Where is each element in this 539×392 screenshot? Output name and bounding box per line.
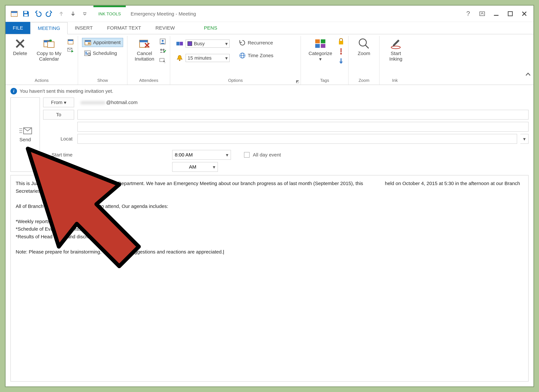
svg-rect-24 [85, 52, 87, 53]
tab-file[interactable]: FILE [5, 22, 30, 34]
categorize-label: Categorize [308, 51, 332, 56]
group-zoom: Zoom Zoom [349, 36, 380, 85]
chevron-down-icon: ▾ [213, 164, 215, 170]
calendar-icon[interactable] [10, 10, 18, 18]
globe-icon [239, 52, 246, 59]
body-bullet-2: *Schedule of Evangelical Missions. [16, 226, 92, 232]
group-attendees: Cancel Invitation Attendees [127, 36, 170, 85]
check-names-icon[interactable] [159, 48, 166, 54]
private-lock-icon[interactable] [338, 38, 344, 45]
info-text: You haven't sent this meeting invitation… [19, 88, 113, 94]
svg-rect-45 [321, 39, 325, 43]
show-as-icon [176, 40, 183, 47]
ribbon: Delete Copy to My Calendar [5, 34, 534, 85]
svg-rect-49 [341, 48, 342, 53]
all-day-checkbox[interactable] [244, 152, 250, 158]
help-icon[interactable]: ? [465, 10, 471, 17]
show-as-value: Busy [194, 41, 205, 46]
group-actions-label: Actions [10, 77, 74, 84]
cancel-invitation-button[interactable]: Cancel Invitation [131, 37, 158, 62]
send-envelope-icon [19, 127, 32, 135]
window-title: Emergency Meeting - Meeting [126, 5, 459, 22]
location-field[interactable] [77, 134, 517, 144]
from-button[interactable]: From ▾ [43, 97, 74, 107]
subject-field[interactable] [77, 122, 529, 132]
svg-point-50 [340, 53, 342, 54]
collapse-ribbon-icon[interactable] [525, 73, 531, 77]
tab-pens[interactable]: PENS [197, 22, 224, 34]
to-button[interactable]: To [43, 110, 74, 120]
tab-format-text[interactable]: FORMAT TEXT [100, 22, 148, 34]
reminder-row: 15 minutes ▾ [174, 53, 232, 63]
appointment-icon [85, 39, 91, 46]
title-bar: INK TOOLS Emergency Meeting - Meeting ? [5, 5, 534, 22]
svg-rect-9 [508, 12, 512, 16]
zoom-button[interactable]: Zoom [352, 37, 375, 56]
message-body[interactable]: This is Juan D. Smith Local Se f KHM Dep… [10, 175, 529, 382]
previous-item-icon [58, 10, 65, 18]
recurrence-button[interactable]: Recurrence [237, 39, 275, 47]
location-dropdown[interactable]: ▾ [520, 134, 529, 144]
ribbon-display-options-icon[interactable] [479, 10, 486, 17]
options-dialog-launcher-icon[interactable]: ◩ [296, 79, 299, 84]
response-options-icon[interactable] [159, 57, 166, 64]
svg-rect-21 [85, 40, 91, 42]
tab-insert[interactable]: INSERT [68, 22, 100, 34]
svg-rect-46 [315, 44, 320, 48]
maximize-icon[interactable] [507, 10, 514, 17]
show-as-dropdown[interactable]: Busy ▾ [186, 39, 230, 48]
zoom-icon [358, 38, 370, 49]
ink-tools-contextual-tab: INK TOOLS [93, 5, 126, 22]
minimize-icon[interactable] [493, 10, 500, 17]
cancel-invitation-icon [139, 38, 150, 49]
svg-point-34 [162, 40, 164, 42]
svg-line-53 [365, 45, 369, 48]
calendar-small-icon[interactable] [67, 38, 74, 45]
send-button[interactable]: Send [10, 97, 40, 172]
categorize-button[interactable]: Categorize ▾ [305, 37, 336, 62]
group-options: Busy ▾ 15 minutes ▾ [170, 36, 301, 85]
end-time-row: End time AM ▾ [43, 162, 529, 172]
start-time-value: 8:00 AM [175, 152, 193, 158]
address-book-icon[interactable] [159, 38, 166, 45]
window-controls: ? [459, 5, 534, 22]
svg-point-35 [160, 49, 162, 51]
scheduling-button[interactable]: Scheduling [82, 49, 123, 58]
start-time-dropdown[interactable]: 8:00 AM ▾ [172, 150, 231, 160]
copy-to-calendar-button[interactable]: Copy to My Calendar [33, 37, 65, 62]
time-zones-button[interactable]: Time Zones [237, 51, 275, 60]
start-inking-button[interactable]: Start Inking [384, 37, 408, 62]
undo-icon[interactable] [34, 10, 42, 18]
recurrence-label: Recurrence [248, 40, 273, 46]
tab-meeting[interactable]: MEETING [30, 22, 68, 34]
group-ink: Start Inking Ink [380, 36, 534, 85]
end-time-dropdown[interactable]: AM ▾ [172, 162, 218, 172]
next-item-icon[interactable] [69, 10, 77, 18]
redo-icon[interactable] [46, 10, 53, 18]
low-importance-icon[interactable] [338, 58, 344, 64]
group-tags-label: Tags [305, 77, 344, 84]
zoom-label: Zoom [358, 51, 370, 56]
appointment-button[interactable]: Appointment [82, 38, 123, 47]
save-icon[interactable] [22, 10, 30, 18]
svg-rect-1 [11, 11, 17, 13]
forward-small-icon[interactable] [67, 47, 74, 53]
subject-row [43, 122, 529, 132]
close-icon[interactable] [521, 10, 528, 17]
reminder-dropdown[interactable]: 15 minutes ▾ [186, 54, 230, 62]
delete-label: Delete [13, 51, 27, 56]
svg-rect-38 [176, 42, 179, 45]
chevron-down-icon: ▾ [226, 152, 228, 158]
location-row: Locat ▾ [43, 134, 529, 144]
qat-customize-icon[interactable] [81, 10, 89, 18]
delete-button[interactable]: Delete [10, 37, 31, 56]
high-importance-icon[interactable] [338, 48, 344, 54]
tab-review[interactable]: REVIEW [148, 22, 182, 34]
chevron-down-icon: ▾ [64, 100, 66, 105]
quick-access-toolbar [5, 5, 93, 22]
svg-rect-30 [140, 40, 148, 42]
group-tags: Categorize ▾ Tags [301, 36, 349, 85]
meeting-form: Send From ▾ xxxxxxxxxx@hotmail.com To Lo… [5, 97, 534, 174]
to-field[interactable] [77, 110, 529, 120]
start-time-row: Start time 8:00 AM ▾ All day event [43, 150, 529, 160]
